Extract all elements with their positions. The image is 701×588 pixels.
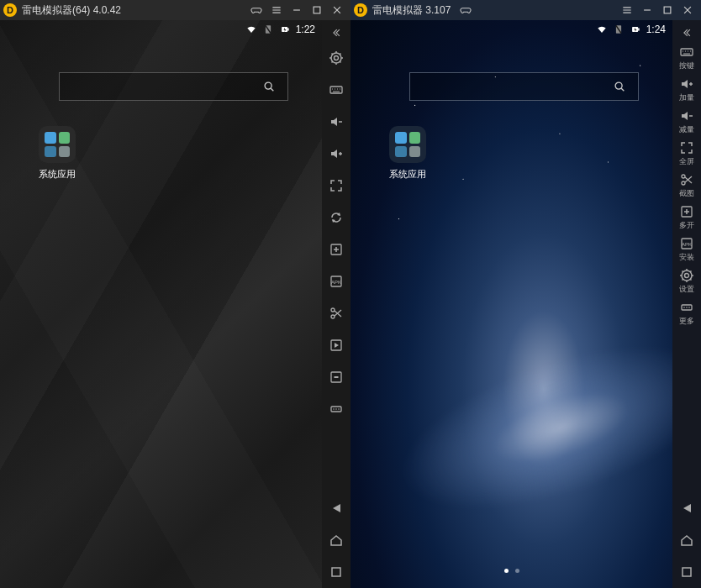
- recent-icon: [329, 564, 344, 580]
- sidebar-add-box-button[interactable]: [322, 234, 350, 265]
- add-box-icon: [679, 204, 694, 219]
- sidebar-keyboard-button[interactable]: [322, 74, 350, 106]
- sidebar-collapse-button[interactable]: [672, 24, 701, 42]
- menu-icon[interactable]: [617, 0, 637, 20]
- sidebar-label: 多开: [679, 220, 694, 231]
- status-time: 1:24: [646, 24, 666, 35]
- sidebar-apk-button[interactable]: [322, 265, 350, 297]
- sidebar-recent-button[interactable]: [672, 556, 701, 588]
- sidebar-fullscreen-button[interactable]: 全屏: [672, 138, 701, 170]
- keyboard-icon: [679, 45, 694, 60]
- page-indicator: [350, 569, 672, 573]
- sidebar-scissors-button[interactable]: [322, 297, 350, 329]
- search-input[interactable]: [409, 72, 639, 101]
- minimize-icon[interactable]: [287, 0, 307, 20]
- sidebar-recent-button[interactable]: [322, 556, 350, 588]
- close-icon[interactable]: [677, 0, 698, 20]
- vol-plus-icon: [329, 146, 344, 161]
- status-bar: 1:22: [0, 20, 322, 39]
- sidebar-settings-button[interactable]: [322, 42, 350, 74]
- sidebar-play-button[interactable]: [322, 329, 350, 361]
- status-time: 1:22: [296, 24, 315, 35]
- sidebar-screenshot-button[interactable]: 截图: [672, 170, 701, 202]
- sidebar-vol-down-button[interactable]: 减量: [672, 106, 701, 138]
- minimize-icon[interactable]: [637, 0, 657, 20]
- gamepad-icon[interactable]: [456, 0, 476, 20]
- sidebar-more-button[interactable]: 更多: [672, 297, 701, 329]
- sidebar-multi-button[interactable]: 多开: [672, 202, 701, 234]
- fullscreen-icon: [329, 178, 344, 193]
- sidebar-vol-up-button[interactable]: 加量: [672, 74, 701, 106]
- scissors-icon: [679, 172, 694, 187]
- emulator-left: D 雷电模拟器(64) 4.0.42 1:22 系统应用: [0, 0, 350, 588]
- sidebar-settings-button[interactable]: 设置: [672, 265, 701, 297]
- search-icon: [613, 80, 626, 93]
- sidebar-label: 按键: [679, 60, 694, 71]
- app-folder-icon: [389, 126, 426, 163]
- stop-box-icon: [329, 370, 344, 385]
- battery-icon: [279, 24, 291, 35]
- vol-plus-icon: [679, 76, 694, 92]
- maximize-icon[interactable]: [657, 0, 677, 20]
- sidebar-back-button[interactable]: [672, 492, 701, 524]
- back-icon: [329, 501, 344, 516]
- sidebar-label: 安装: [679, 252, 694, 263]
- home-icon: [679, 533, 694, 548]
- sidebar-left: [322, 20, 350, 588]
- maximize-icon[interactable]: [307, 0, 327, 20]
- sidebar-install-button[interactable]: 安装: [672, 234, 701, 265]
- sidebar-fullscreen-button[interactable]: [322, 170, 350, 202]
- android-screen-right[interactable]: 1:24 系统应用: [350, 20, 672, 588]
- app-system-apps[interactable]: 系统应用: [32, 126, 82, 181]
- sidebar-keymap-button[interactable]: 按键: [672, 42, 701, 74]
- recent-icon: [679, 564, 694, 580]
- search-input[interactable]: [59, 72, 288, 101]
- sidebar-label: 更多: [679, 316, 694, 327]
- app-system-apps[interactable]: 系统应用: [382, 126, 433, 181]
- sim-icon: [613, 24, 625, 35]
- sidebar-label: 全屏: [679, 156, 694, 167]
- fullscreen-icon: [679, 140, 694, 155]
- sidebar-vol-down-button[interactable]: [322, 106, 350, 138]
- sidebar-stop-button[interactable]: [322, 361, 350, 393]
- back-icon: [679, 501, 694, 516]
- app-label: 系统应用: [32, 168, 82, 181]
- sidebar-vol-up-button[interactable]: [322, 138, 350, 170]
- gear-icon: [329, 50, 344, 66]
- titlebar-left: D 雷电模拟器(64) 4.0.42: [0, 0, 350, 20]
- add-box-icon: [329, 242, 344, 257]
- vol-minus-icon: [329, 114, 344, 129]
- sidebar-home-button[interactable]: [322, 524, 350, 556]
- gamepad-icon[interactable]: [246, 0, 266, 20]
- gear-icon: [679, 268, 694, 283]
- keyboard-icon: [329, 82, 344, 97]
- wifi-icon: [245, 24, 257, 35]
- sidebar-home-button[interactable]: [672, 524, 701, 556]
- page-dot[interactable]: [515, 569, 519, 573]
- sidebar-back-button[interactable]: [322, 492, 350, 524]
- scissors-icon: [329, 306, 344, 321]
- dots-icon: [329, 402, 344, 417]
- window-title: 雷电模拟器(64) 4.0.42: [22, 3, 121, 18]
- emulator-right: D 雷电模拟器 3.107 1:24 系统应用: [350, 0, 701, 588]
- sidebar-label: 加量: [679, 92, 694, 103]
- rotate-icon: [329, 210, 344, 225]
- app-folder-icon: [39, 126, 76, 163]
- menu-icon[interactable]: [266, 0, 287, 20]
- sidebar-collapse-button[interactable]: [322, 24, 350, 42]
- close-icon[interactable]: [327, 0, 347, 20]
- apk-icon: [679, 236, 694, 251]
- sidebar-label: 截图: [679, 188, 694, 199]
- sidebar-label: 设置: [679, 284, 694, 295]
- sidebar-rotate-button[interactable]: [322, 202, 350, 234]
- sidebar-more-button[interactable]: [322, 393, 350, 425]
- dots-icon: [679, 300, 694, 315]
- page-dot[interactable]: [504, 569, 509, 573]
- android-screen-left[interactable]: 1:22 系统应用: [0, 20, 322, 588]
- titlebar-right: D 雷电模拟器 3.107: [350, 0, 701, 20]
- play-icon: [329, 338, 344, 353]
- apk-icon: [329, 274, 344, 289]
- app-label: 系统应用: [382, 168, 433, 181]
- sidebar-label: 减量: [679, 124, 694, 135]
- window-title: 雷电模拟器 3.107: [372, 3, 451, 18]
